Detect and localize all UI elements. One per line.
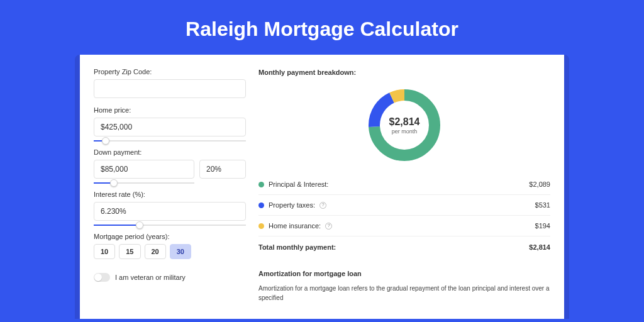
breakdown-item-amount: $531	[535, 201, 550, 209]
period-options: 10152030	[94, 244, 246, 259]
price-input[interactable]	[94, 118, 246, 136]
period-option-15[interactable]: 15	[119, 244, 140, 259]
down-slider-thumb[interactable]	[110, 179, 118, 187]
breakdown-item-label: Property taxes:	[269, 201, 315, 209]
down-label: Down payment:	[94, 149, 246, 156]
inputs-panel: Property Zip Code: Home price: Down paym…	[94, 69, 246, 319]
breakdown-item-label: Principal & Interest:	[269, 180, 328, 188]
donut-wrap: $2,814 per month	[258, 82, 550, 174]
legend-dot	[258, 182, 264, 187]
rate-group: Interest rate (%):	[94, 191, 246, 221]
breakdown-item-amount: $194	[535, 222, 550, 230]
total-amount: $2,814	[529, 243, 550, 251]
down-amount-input[interactable]	[94, 160, 194, 179]
rate-slider[interactable]	[94, 225, 246, 226]
donut-center-value: $2,814	[389, 116, 420, 128]
down-group: Down payment:	[94, 149, 246, 179]
period-group: Mortgage period (years): 10152030	[94, 233, 246, 259]
breakdown-rows: Principal & Interest:$2,089Property taxe…	[258, 174, 550, 236]
rate-input[interactable]	[94, 202, 246, 221]
zip-input[interactable]	[94, 79, 246, 98]
veteran-toggle-knob	[94, 274, 102, 281]
zip-group: Property Zip Code:	[94, 69, 246, 98]
period-option-10[interactable]: 10	[94, 244, 115, 259]
help-icon[interactable]: ?	[325, 223, 332, 230]
veteran-toggle[interactable]	[94, 273, 110, 282]
price-group: Home price:	[94, 107, 246, 136]
amortization-section: Amortization for mortgage loan Amortizat…	[258, 260, 550, 303]
donut-chart: $2,814 per month	[365, 86, 443, 164]
rate-slider-thumb[interactable]	[136, 221, 143, 229]
breakdown-row: Principal & Interest:$2,089	[258, 174, 550, 195]
veteran-row: I am veteran or military	[94, 273, 246, 282]
amortization-title: Amortization for mortgage loan	[258, 270, 550, 277]
veteran-label: I am veteran or military	[115, 274, 186, 281]
rate-label: Interest rate (%):	[94, 191, 246, 198]
legend-dot	[258, 223, 264, 229]
period-label: Mortgage period (years):	[94, 233, 246, 240]
card-shadow: Property Zip Code: Home price: Down paym…	[75, 55, 569, 319]
page-title: Raleigh Mortgage Calculator	[0, 0, 644, 55]
period-option-30[interactable]: 30	[170, 244, 191, 259]
breakdown-row: Property taxes:?$531	[258, 195, 550, 216]
legend-dot	[258, 203, 264, 208]
down-slider[interactable]	[94, 182, 194, 184]
total-row: Total monthly payment: $2,814	[258, 236, 550, 260]
price-slider[interactable]	[94, 140, 246, 142]
donut-center-sub: per month	[392, 128, 418, 135]
breakdown-item-amount: $2,089	[529, 180, 550, 188]
breakdown-title: Monthly payment breakdown:	[258, 69, 550, 76]
breakdown-row: Home insurance:?$194	[258, 216, 550, 236]
calculator-card: Property Zip Code: Home price: Down paym…	[80, 55, 564, 319]
zip-label: Property Zip Code:	[94, 69, 246, 75]
results-panel: Monthly payment breakdown: $2,814 per mo…	[258, 69, 550, 319]
price-label: Home price:	[94, 107, 246, 114]
total-label: Total monthly payment:	[258, 243, 336, 251]
down-pct-input[interactable]	[199, 160, 246, 179]
help-icon[interactable]: ?	[319, 202, 326, 209]
amortization-body: Amortization for a mortgage loan refers …	[258, 284, 550, 303]
breakdown-item-label: Home insurance:	[269, 222, 321, 230]
period-option-20[interactable]: 20	[145, 244, 166, 259]
price-slider-thumb[interactable]	[102, 137, 109, 145]
